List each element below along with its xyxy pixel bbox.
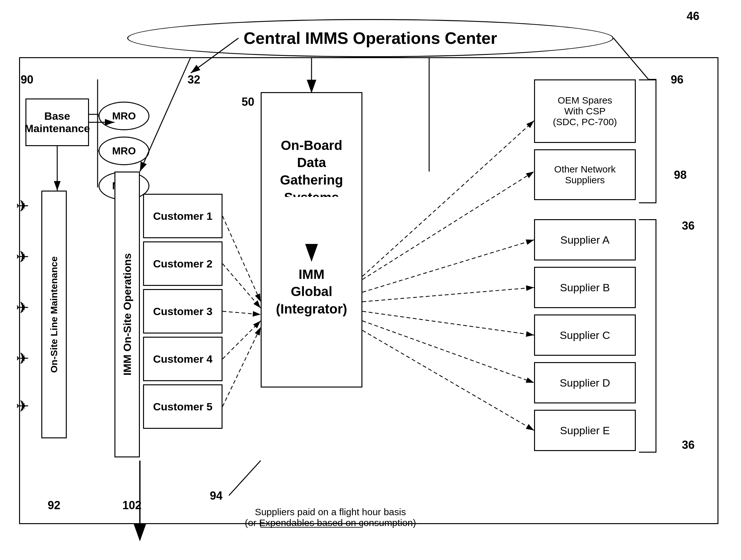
ref-32: 32 <box>188 73 200 86</box>
base-maintenance-box: Base Maintenance <box>25 98 89 146</box>
imm-onsite-label: IMM On-Site Operations <box>121 253 134 376</box>
customer-label-1: Customer 1 <box>153 210 212 222</box>
base-maintenance-label: Base Maintenance <box>24 110 90 135</box>
customer-box-2: Customer 2 <box>143 241 222 286</box>
onsite-line-label: On-Site Line Maintenance <box>49 256 59 373</box>
imm-onsite-box: IMM On-Site Operations <box>115 171 140 457</box>
supplier-box-e: Supplier E <box>534 410 636 451</box>
bracket-36 <box>639 219 657 453</box>
airplane-icon-1: ✈ <box>16 197 29 215</box>
supplier-box-c: Supplier C <box>534 314 636 356</box>
ref-36b: 36 <box>682 438 694 452</box>
supplier-box-d: Supplier D <box>534 362 636 403</box>
customer-label-5: Customer 5 <box>153 401 212 413</box>
ref-102: 102 <box>122 499 141 512</box>
customer-box-5: Customer 5 <box>143 384 222 429</box>
customer-box-4: Customer 4 <box>143 337 222 381</box>
imm-global-box: IMMGlobal(Integrator) <box>261 197 362 388</box>
imm-global-title: IMMGlobal(Integrator) <box>276 266 347 318</box>
mro-label-1: MRO <box>112 110 136 122</box>
diagram-container: Central IMMS Operations Center 46 90 32 … <box>0 0 741 560</box>
ref-90: 90 <box>21 73 33 86</box>
supplier-box-b: Supplier B <box>534 267 636 308</box>
ref-50: 50 <box>242 95 254 109</box>
customer-label-3: Customer 3 <box>153 305 212 318</box>
airplane-icon-4: ✈ <box>16 349 29 368</box>
mro-label-2: MRO <box>112 145 136 157</box>
supplier-label-c: Supplier C <box>560 329 610 341</box>
bottom-text-container: Suppliers paid on a flight hour basis (o… <box>245 507 416 528</box>
onsite-line-box: On-Site Line Maintenance <box>41 190 67 438</box>
ref-46: 46 <box>687 9 699 23</box>
bottom-text-line1: Suppliers paid on a flight hour basis <box>245 507 416 517</box>
airplane-icon-5: ✈ <box>16 397 29 415</box>
supplier-box-a: Supplier A <box>534 219 636 260</box>
central-imms-ellipse: Central IMMS Operations Center <box>127 19 613 57</box>
ref-94: 94 <box>210 489 222 502</box>
customer-box-3: Customer 3 <box>143 289 222 333</box>
mro-ellipse-2: MRO <box>98 137 149 165</box>
bottom-text-line2: (or Expendables based on consumption) <box>245 517 416 528</box>
ref-36a: 36 <box>682 219 694 233</box>
customer-box-1: Customer 1 <box>143 194 222 238</box>
central-imms-title: Central IMMS Operations Center <box>244 28 497 48</box>
airplane-icon-3: ✈ <box>16 299 29 317</box>
bracket-96 <box>639 79 657 203</box>
other-network-label: Other Network Suppliers <box>535 164 635 185</box>
other-network-box: Other Network Suppliers <box>534 149 636 200</box>
mro-ellipse-1: MRO <box>98 102 149 130</box>
supplier-label-b: Supplier B <box>560 282 610 294</box>
airplane-icon-2: ✈ <box>16 248 29 266</box>
onboard-title: On-BoardDataGatheringSystems <box>280 137 343 206</box>
ref-98: 98 <box>674 168 687 182</box>
ref-92: 92 <box>48 499 60 512</box>
customer-label-2: Customer 2 <box>153 258 212 270</box>
oem-label: OEM SparesWith CSP(SDC, PC-700) <box>553 95 617 128</box>
ref-96: 96 <box>671 73 683 86</box>
supplier-label-a: Supplier A <box>560 234 610 246</box>
supplier-label-e: Supplier E <box>560 424 610 437</box>
customer-label-4: Customer 4 <box>153 353 212 365</box>
oem-box: OEM SparesWith CSP(SDC, PC-700) <box>534 79 636 143</box>
supplier-label-d: Supplier D <box>560 377 610 389</box>
